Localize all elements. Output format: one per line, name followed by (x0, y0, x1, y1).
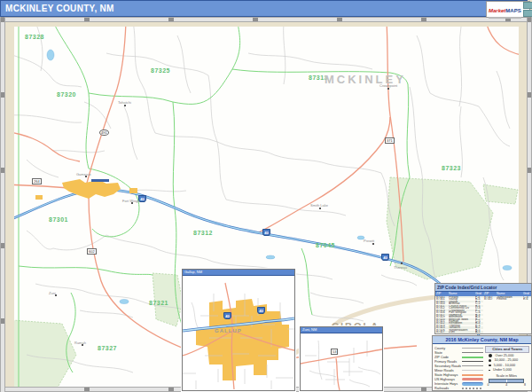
zip-label-87312: 87312 (193, 230, 213, 236)
logo-tagline (489, 17, 521, 19)
map-title-bar: MCKINLEY COUNTY, NM (0, 0, 528, 17)
inset-map-zuni[interactable]: Zuni, NM 53 (300, 326, 383, 391)
railroad-swatch (462, 388, 483, 389)
town-label-tohatchi: Tohatchi (118, 100, 131, 105)
zip-label-87321: 87321 (149, 300, 168, 306)
zip-code-index-panel: ZIP Code Index/Grid Locator ZIPNameGrid … (434, 283, 532, 334)
town-label-zuni: Zuni (49, 291, 56, 295)
city-size-dot (489, 365, 490, 366)
scale-label: Scale in Miles (485, 374, 528, 378)
nm-602-shield: 602 (87, 248, 97, 255)
zip-line-swatch (462, 357, 483, 358)
map-page: 87328 87320 87325 87313 87323 87301 8731… (0, 0, 532, 392)
inset-gallup-city-label: GALLUP (215, 328, 242, 333)
town-label-ramah: Ramah (74, 341, 86, 345)
secondary-road-swatch (462, 365, 483, 366)
zip-label-87328: 87328 (25, 34, 44, 40)
zip-label-87323: 87323 (442, 165, 461, 171)
us-highway-swatch (462, 378, 483, 380)
page-title: MCKINLEY COUNTY, NM (5, 4, 114, 13)
us-491-shield: 491 (99, 129, 109, 136)
logo-chip (523, 2, 532, 9)
inset-interstate-40-shield: 40 (257, 307, 265, 314)
legend-title: 2016 McKinley County, NM Map (433, 336, 531, 344)
zip-label-87301: 87301 (49, 216, 68, 223)
zip-label-87327: 87327 (98, 345, 117, 351)
inset-interstate-40-shield: 40 (223, 312, 231, 319)
town-label-gamerco: Gamerco (76, 172, 90, 176)
town-label-thoreau: Thoreau (394, 265, 407, 270)
minor-road-swatch (462, 370, 483, 371)
logo-chip (523, 10, 532, 17)
legend-cities-column: Cities and Towns Over 25,000 10,000 - 25… (485, 344, 531, 390)
cities-and-towns-header: Cities and Towns (485, 346, 529, 353)
scale-bar (489, 379, 524, 383)
scale-ticks: 048 (485, 383, 528, 387)
state-highway-swatch (462, 374, 483, 376)
inset-zuni-artwork (301, 333, 382, 390)
legend-line-items: County State ZIP Code Primary Roads Seco… (433, 344, 485, 390)
primary-road-swatch (462, 361, 483, 362)
zip-label-87045: 87045 (316, 242, 335, 248)
zip-label-87320: 87320 (57, 91, 76, 98)
zip-index-title: ZIP Code Index/Grid Locator (435, 284, 531, 292)
inset-nm-53-shield: 53 (331, 349, 338, 355)
zip-index-rows: 87347JamestownC-487357PinehillE-6 (483, 296, 531, 301)
interstate-40-shield: 40 (381, 254, 389, 261)
city-size-dot (489, 354, 492, 357)
interstate-40-shield: 40 (138, 195, 146, 202)
scale-bar-area: Scale in Miles 048 (485, 374, 528, 387)
city-size-dot (489, 370, 490, 372)
inset-map-gallup[interactable]: Gallup, NM 40 40 GALLUP (182, 269, 295, 391)
zip-index-rows: 87045PrewittF-487301GallupB-487305Gallup… (435, 296, 483, 334)
top-margin (5, 22, 527, 27)
nm-371-shield: 371 (385, 137, 395, 144)
marketmaps-logo: MarketMAPS (486, 1, 530, 18)
zip-label-87325: 87325 (151, 67, 170, 74)
town-label-crownpoint: Crownpoint (379, 83, 397, 88)
city-size-dot (489, 359, 491, 362)
inset-gallup-title: Gallup, NM (183, 270, 294, 276)
logo-text-market: Market (489, 8, 505, 13)
inset-zuni-title: Zuni, NM (301, 327, 382, 333)
interstate-40-shield: 40 (262, 229, 270, 236)
nm-264-shield: 264 (32, 178, 42, 184)
county-line-swatch (462, 348, 483, 349)
state-line-swatch (462, 352, 483, 353)
zip-index-left-column: ZIPNameGrid 87045PrewittF-487301GallupB-… (435, 292, 483, 334)
inset-gallup-artwork (183, 276, 294, 391)
zip-index-right-column: ZIPNameGrid 87347JamestownC-487357Pinehi… (483, 292, 531, 334)
legend-panel: 2016 McKinley County, NM Map County Stat… (432, 335, 532, 391)
town-label-smith-lake: Smith Lake (310, 203, 328, 208)
interstate-swatch (462, 382, 483, 386)
left-margin (5, 22, 14, 387)
town-label-prewitt: Prewitt (364, 239, 374, 243)
logo-text-maps: MAPS (505, 8, 520, 13)
